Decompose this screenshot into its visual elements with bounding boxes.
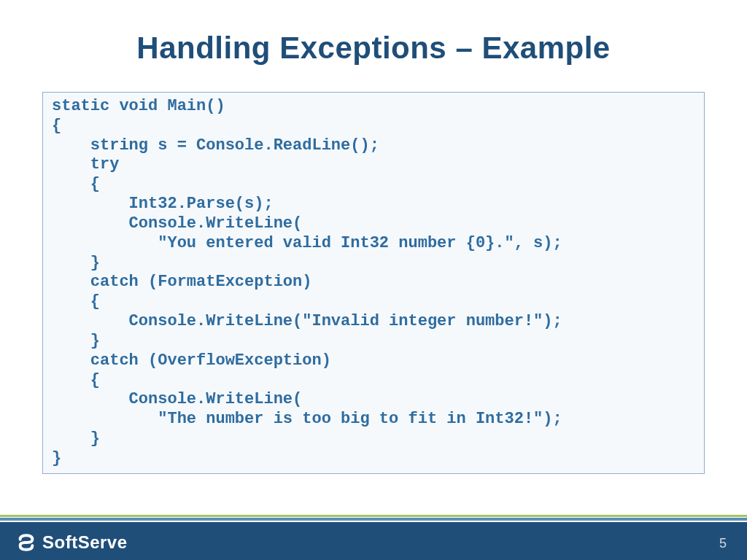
brand-text: SoftServe xyxy=(42,532,128,553)
softserve-logo-icon xyxy=(16,532,36,553)
slide-title: Handling Exceptions – Example xyxy=(0,31,747,66)
brand-container: SoftServe xyxy=(16,532,128,553)
footer-stripe-green xyxy=(0,515,747,517)
footer-bar: SoftServe 5 xyxy=(0,522,747,560)
footer-stripe-blue xyxy=(0,518,747,521)
slide: Handling Exceptions – Example static voi… xyxy=(0,0,747,560)
code-example-box: static void Main() { string s = Console.… xyxy=(42,92,705,474)
code-example: static void Main() { string s = Console.… xyxy=(52,97,695,469)
page-number: 5 xyxy=(719,536,727,551)
